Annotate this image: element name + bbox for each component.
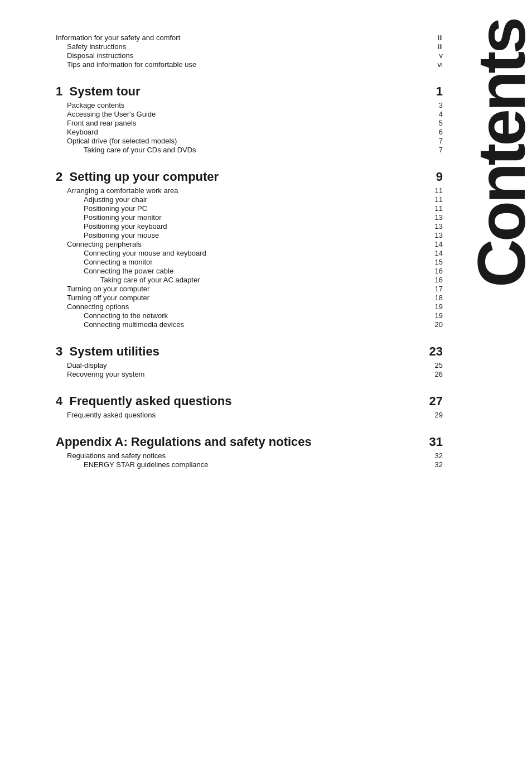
contents-label: Contents [471,20,532,287]
toc-chapter-3-title: 3 System utilities [56,344,426,359]
toc-ch2-item-3-title: Positioning your monitor [56,213,426,222]
toc-intro-sub-1-page: v [426,51,443,60]
toc-ch2-item-6-title: Connecting peripherals [56,240,426,248]
toc-intro-sub-2: Tips and information for comfortable use… [56,60,443,69]
toc-ch2-item-3-page: 13 [426,213,443,222]
toc-ch1-item-2: Front and rear panels 5 [56,119,443,127]
toc-appendix-a-header: Appendix A: Regulations and safety notic… [56,435,443,449]
toc-appendix-a-title: Appendix A: Regulations and safety notic… [56,435,426,449]
toc-chapter-3: 3 System utilities 23 Dual-display 25 Re… [56,344,443,378]
toc-ch2-item-0-page: 11 [426,186,443,195]
toc-ch2-item-5-page: 13 [426,231,443,239]
toc-ch2-item-15-title: Connecting multimedia devices [56,320,426,329]
toc-appendix-item-0: Regulations and safety notices 32 [56,451,443,460]
toc-intro-page: iii [426,33,443,42]
toc-chapter-4-title: 4 Frequently asked questions [56,394,426,409]
toc-ch1-item-2-title: Front and rear panels [56,119,426,127]
toc-intro-sub-1-title: Disposal instructions [56,51,426,60]
toc-intro-title-row: Information for your safety and comfort … [56,33,443,42]
contents-sidebar: Contents [471,0,532,307]
toc-ch4-item-0-page: 29 [426,411,443,419]
toc-appendix-item-1-title: ENERGY STAR guidelines compliance [56,460,426,469]
toc-ch2-item-13-title: Connecting options [56,302,426,311]
toc-ch3-item-1-page: 26 [426,370,443,378]
toc-appendix-a-page: 31 [426,435,443,449]
toc-ch4-item-0-title: Frequently asked questions [56,411,426,419]
toc-ch2-item-8-page: 15 [426,258,443,266]
toc-ch2-item-0-title: Arranging a comfortable work area [56,186,426,195]
toc-ch1-item-0-page: 3 [426,101,443,109]
toc-ch2-item-12-page: 18 [426,294,443,302]
toc-ch1-item-5: Taking care of your CDs and DVDs 7 [56,146,443,154]
toc-chapter-1-title: 1 System tour [56,84,426,99]
toc-ch2-item-13: Connecting options 19 [56,302,443,311]
toc-ch1-item-4-page: 7 [426,137,443,145]
toc-ch1-item-2-page: 5 [426,119,443,127]
toc-chapter-3-header: 3 System utilities 23 [56,344,443,359]
toc-chapter-4-header: 4 Frequently asked questions 27 [56,394,443,409]
toc-ch2-item-15-page: 20 [426,320,443,329]
toc-ch2-item-2-page: 11 [426,204,443,213]
toc-chapter-2-page: 9 [426,170,443,184]
toc-ch2-item-10-page: 16 [426,276,443,284]
toc-ch2-item-1: Adjusting your chair 11 [56,195,443,204]
toc-ch2-item-1-page: 11 [426,195,443,204]
toc-ch2-item-4-page: 13 [426,222,443,230]
toc-chapter-4: 4 Frequently asked questions 27 Frequent… [56,394,443,419]
toc-ch2-item-4: Positioning your keyboard 13 [56,222,443,230]
toc-ch2-item-9-title: Connecting the power cable [56,267,426,275]
toc-ch2-item-9: Connecting the power cable 16 [56,267,443,275]
page-container: Contents Information for your safety and… [0,0,532,764]
toc-ch1-item-5-title: Taking care of your CDs and DVDs [56,146,426,154]
toc-intro-sub-2-page: vi [426,60,443,69]
toc-intro-sub-0-title: Safety instructions [56,42,426,51]
toc-ch2-item-9-page: 16 [426,267,443,275]
toc-ch2-item-6: Connecting peripherals 14 [56,240,443,248]
toc-ch2-item-2-title: Positioning your PC [56,204,426,213]
toc-ch2-item-11: Turning on your computer 17 [56,285,443,293]
toc-chapter-1-page: 1 [426,84,443,99]
toc-ch1-item-4: Optical drive (for selected models) 7 [56,137,443,145]
toc-ch3-item-0-page: 25 [426,361,443,369]
toc-appendix-item-1-page: 32 [426,460,443,469]
toc-intro-sub-1: Disposal instructions v [56,51,443,60]
toc-chapter-1-header: 1 System tour 1 [56,84,443,99]
toc-appendix-item-0-title: Regulations and safety notices [56,451,426,460]
toc-ch2-item-2: Positioning your PC 11 [56,204,443,213]
toc-intro-sub-2-title: Tips and information for comfortable use [56,60,426,69]
toc-ch2-item-3: Positioning your monitor 13 [56,213,443,222]
toc-chapter-3-page: 23 [426,344,443,359]
toc-ch2-item-8-title: Connecting a monitor [56,258,426,266]
toc-chapter-2-header: 2 Setting up your computer 9 [56,170,443,184]
toc-chapter-2: 2 Setting up your computer 9 Arranging a… [56,170,443,329]
toc-ch2-item-0: Arranging a comfortable work area 11 [56,186,443,195]
toc-ch2-item-12: Turning off your computer 18 [56,294,443,302]
toc-appendix-item-1: ENERGY STAR guidelines compliance 32 [56,460,443,469]
toc-chapter-1: 1 System tour 1 Package contents 3 Acces… [56,84,443,154]
toc-ch1-item-5-page: 7 [426,146,443,154]
toc-ch2-item-10-title: Taking care of your AC adapter [56,276,426,284]
toc-ch2-item-6-page: 14 [426,240,443,248]
toc-intro-sub-0: Safety instructions iii [56,42,443,51]
toc-ch2-item-7: Connecting your mouse and keyboard 14 [56,249,443,257]
toc-ch3-item-1: Recovering your system 26 [56,370,443,378]
toc-content: Information for your safety and comfort … [56,33,487,469]
toc-ch1-item-3: Keyboard 6 [56,128,443,136]
toc-appendix-item-0-page: 32 [426,451,443,460]
toc-ch3-item-0: Dual-display 25 [56,361,443,369]
toc-ch1-item-1: Accessing the User's Guide 4 [56,110,443,118]
toc-ch2-item-4-title: Positioning your keyboard [56,222,426,230]
toc-ch4-item-0: Frequently asked questions 29 [56,411,443,419]
toc-ch2-item-1-title: Adjusting your chair [56,195,426,204]
toc-ch2-item-10: Taking care of your AC adapter 16 [56,276,443,284]
toc-ch1-item-3-page: 6 [426,128,443,136]
toc-ch2-item-5: Positioning your mouse 13 [56,231,443,239]
toc-ch2-item-15: Connecting multimedia devices 20 [56,320,443,329]
toc-ch2-item-5-title: Positioning your mouse [56,231,426,239]
toc-ch2-item-12-title: Turning off your computer [56,294,426,302]
toc-ch1-item-1-title: Accessing the User's Guide [56,110,426,118]
toc-ch2-item-14-page: 19 [426,311,443,320]
toc-chapter-4-page: 27 [426,394,443,409]
toc-chapter-2-title: 2 Setting up your computer [56,170,426,184]
toc-ch2-item-14: Connecting to the network 19 [56,311,443,320]
